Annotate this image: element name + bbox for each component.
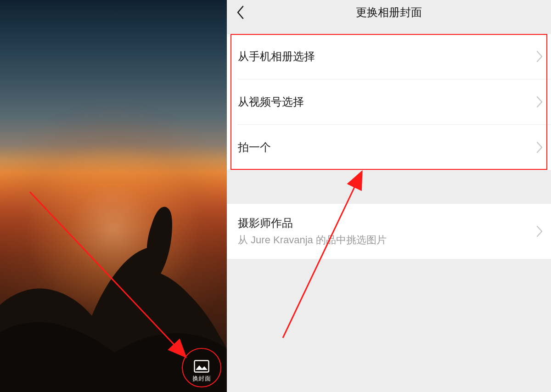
cover-source-section: 从手机相册选择 从视频号选择 拍一个 [227, 34, 551, 170]
image-icon [194, 360, 209, 373]
option-photographer-works[interactable]: 摄影师作品 从 Jure Kravanja 的品中挑选图片 [227, 204, 551, 259]
page-title: 更换相册封面 [356, 5, 422, 20]
change-cover-button[interactable]: 换封面 [187, 360, 216, 383]
option-label: 从视频号选择 [238, 95, 304, 109]
change-cover-menu-panel: 更换相册封面 从手机相册选择 从视频号选择 拍一个 摄影师作品 从 Ju [227, 0, 551, 392]
chevron-right-icon [536, 225, 543, 237]
back-button[interactable] [232, 4, 249, 21]
chevron-right-icon [536, 96, 543, 108]
photographer-section: 摄影师作品 从 Jure Kravanja 的品中挑选图片 [227, 204, 551, 259]
change-cover-label: 换封面 [192, 375, 211, 383]
svg-rect-0 [195, 361, 209, 372]
option-label: 拍一个 [238, 140, 271, 155]
option-label: 摄影师作品 [238, 216, 293, 230]
chevron-right-icon [536, 141, 543, 153]
option-from-album[interactable]: 从手机相册选择 [227, 34, 551, 79]
option-take-photo[interactable]: 拍一个 [227, 125, 551, 170]
option-label: 从手机相册选择 [238, 49, 315, 64]
chevron-left-icon [236, 6, 245, 19]
rock-silhouette [0, 137, 227, 392]
nav-bar: 更换相册封面 [227, 0, 551, 25]
option-from-channels[interactable]: 从视频号选择 [227, 79, 551, 124]
chevron-right-icon [536, 50, 543, 62]
cover-preview-panel: 换封面 [0, 0, 227, 392]
option-subtitle: 从 Jure Kravanja 的品中挑选图片 [238, 233, 387, 247]
